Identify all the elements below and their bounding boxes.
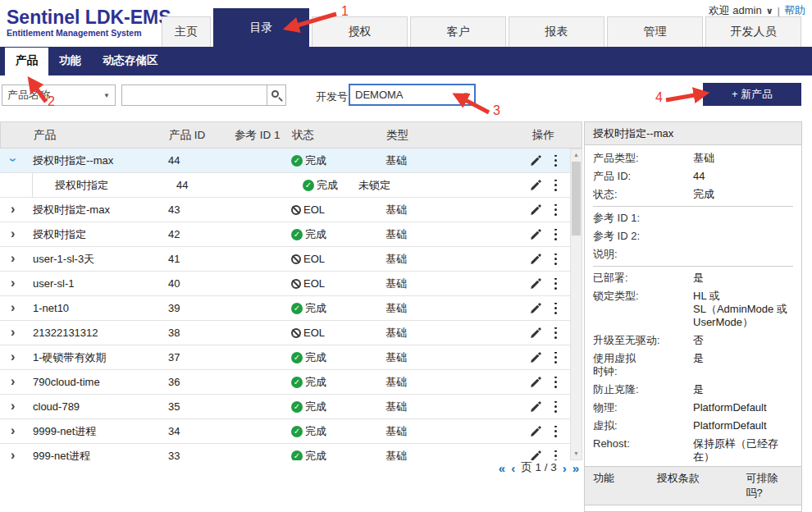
row-expander[interactable]: [0, 351, 33, 363]
developer-select[interactable]: DEMOMA ▼: [349, 84, 476, 106]
column-header[interactable]: 产品: [34, 128, 169, 143]
subnav-item[interactable]: 功能: [48, 47, 92, 75]
field-value: 保持原样（已经存在）: [693, 437, 793, 464]
search-button[interactable]: [267, 85, 286, 106]
table-row[interactable]: 1-net10 39 完成 基础: [0, 296, 570, 321]
edit-icon[interactable]: [530, 180, 541, 191]
detail-field: 虚拟: PlatformDefault: [593, 417, 793, 435]
table-scrollbar[interactable]: ▲ ▼: [570, 149, 582, 460]
edit-icon[interactable]: [530, 254, 541, 265]
field-label: 已部署:: [593, 272, 693, 285]
more-actions-icon[interactable]: [554, 258, 557, 260]
edit-icon[interactable]: [530, 377, 541, 388]
field-value: HL 或 SL（AdminMode 或 UserMode）: [693, 290, 793, 329]
more-actions-icon[interactable]: [554, 307, 557, 309]
main-tab[interactable]: 主页: [162, 16, 211, 47]
features-column-header: 功能: [593, 471, 657, 501]
main-tab[interactable]: 开发人员: [705, 16, 801, 47]
more-actions-icon[interactable]: [554, 208, 557, 211]
table-row[interactable]: 9999-net进程 34 完成 基础: [0, 419, 570, 444]
new-product-button[interactable]: + 新产品: [703, 83, 801, 106]
status-cell: 完成: [291, 153, 385, 168]
main-tabs: 主页 目录 授权 客户 报表 管理 开发人员: [162, 8, 804, 47]
table-row[interactable]: 授权时指定 42 完成 基础: [0, 222, 570, 247]
first-page-button[interactable]: «: [499, 461, 505, 475]
table-row[interactable]: 授权时指定--max 44 完成 基础: [0, 149, 570, 173]
edit-icon[interactable]: [530, 278, 541, 290]
column-header[interactable]: 产品 ID: [169, 128, 235, 143]
product-id-cell: 43: [168, 203, 234, 216]
row-expander[interactable]: [0, 277, 33, 290]
detail-panel: 授权时指定--max 产品类型: 基础 产品 ID: 44 状态: 完成 参考 …: [584, 121, 802, 512]
main-tab[interactable]: 授权: [312, 16, 408, 47]
product-name-cell: 790cloud-time: [33, 376, 168, 388]
product-name-cell: 授权时指定: [33, 178, 168, 193]
main-tab[interactable]: 目录: [213, 8, 309, 47]
subnav-item[interactable]: 产品: [5, 48, 48, 75]
row-expander[interactable]: [0, 400, 33, 413]
last-page-button[interactable]: »: [573, 461, 579, 475]
more-actions-icon[interactable]: [554, 405, 557, 408]
more-actions-icon[interactable]: [554, 233, 557, 235]
row-expander[interactable]: [0, 154, 33, 167]
table-row[interactable]: 999-net进程 33 完成 基础: [0, 444, 570, 460]
scroll-up-icon[interactable]: ▲: [571, 149, 582, 161]
features-column-header: 可排除吗?: [746, 471, 793, 501]
product-name-filter-select[interactable]: 产品名称 ▼: [2, 85, 116, 106]
row-expander[interactable]: [0, 228, 33, 240]
table-row[interactable]: 790cloud-time 36 完成 基础: [0, 370, 570, 395]
edit-icon[interactable]: [530, 426, 541, 437]
status-icon: [291, 352, 303, 363]
edit-icon[interactable]: [530, 401, 541, 413]
status-cell: 完成: [291, 227, 385, 242]
row-expander[interactable]: [0, 450, 33, 460]
edit-icon[interactable]: [530, 450, 541, 461]
table-row[interactable]: 授权时指定 44 完成 未锁定: [0, 173, 570, 198]
row-expander[interactable]: [0, 302, 33, 314]
more-actions-icon[interactable]: [554, 184, 557, 186]
edit-icon[interactable]: [530, 303, 541, 314]
scrollbar-thumb[interactable]: [572, 162, 581, 235]
main-tab[interactable]: 客户: [410, 16, 506, 47]
main-tab[interactable]: 报表: [509, 16, 604, 47]
table-row[interactable]: user-1-sl-3天 41 EOL 基础: [0, 247, 570, 272]
subnav-item[interactable]: 动态存储区: [92, 47, 169, 75]
prev-page-button[interactable]: ‹: [511, 461, 515, 475]
scroll-down-icon[interactable]: ▼: [571, 448, 582, 459]
status-text: 完成: [317, 178, 338, 193]
edit-icon[interactable]: [530, 327, 541, 339]
table-row[interactable]: 1-硬锁带有效期 37 完成 基础: [0, 345, 570, 370]
row-expander[interactable]: [0, 203, 33, 216]
table-row[interactable]: 21322131312 38 EOL 基础: [0, 321, 570, 345]
column-header[interactable]: 操作: [526, 128, 571, 143]
row-expander[interactable]: [0, 376, 33, 388]
next-page-button[interactable]: ›: [563, 461, 567, 475]
more-actions-icon[interactable]: [554, 455, 557, 457]
expander-icon: [11, 204, 15, 214]
row-expander[interactable]: [0, 425, 33, 437]
search-input[interactable]: [121, 85, 267, 106]
column-header[interactable]: 状态: [292, 128, 386, 143]
row-expander[interactable]: [0, 253, 33, 265]
logo-title: Sentinel LDK-EMS: [7, 7, 171, 27]
row-expander[interactable]: [0, 173, 33, 197]
table-row[interactable]: user-sl-1 40 EOL 基础: [0, 272, 570, 296]
more-actions-icon[interactable]: [554, 282, 557, 285]
column-header[interactable]: 类型: [386, 128, 526, 143]
column-header[interactable]: 参考 ID 1: [235, 128, 292, 143]
field-label: 物理:: [593, 401, 693, 414]
main-tab[interactable]: 管理: [607, 16, 703, 47]
table-row[interactable]: 授权时指定-max 43 EOL 基础: [0, 198, 570, 222]
edit-icon[interactable]: [530, 155, 541, 167]
more-actions-icon[interactable]: [554, 430, 557, 432]
more-actions-icon[interactable]: [554, 159, 557, 162]
status-cell: EOL: [291, 277, 385, 290]
edit-icon[interactable]: [530, 352, 541, 363]
more-actions-icon[interactable]: [554, 331, 557, 334]
more-actions-icon[interactable]: [554, 381, 557, 383]
more-actions-icon[interactable]: [554, 356, 557, 359]
edit-icon[interactable]: [530, 229, 541, 240]
edit-icon[interactable]: [530, 204, 541, 216]
row-expander[interactable]: [0, 327, 33, 339]
table-row[interactable]: cloud-789 35 完成 基础: [0, 395, 570, 419]
